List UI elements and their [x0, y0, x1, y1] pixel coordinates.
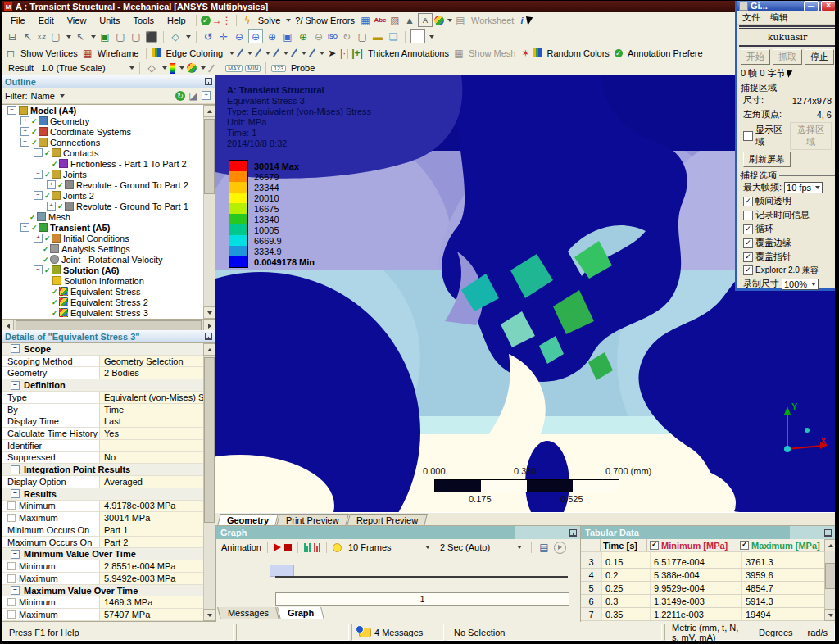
tree-item-mesh[interactable]: ✓Mesh	[2, 211, 215, 222]
min-annotation-button[interactable]: MIN	[245, 65, 261, 72]
contour-bands-icon[interactable]	[170, 63, 175, 74]
thin-annotation-icon[interactable]: |·|	[339, 47, 349, 59]
edge-option-3-icon[interactable]	[273, 48, 279, 57]
pan-icon[interactable]: ✛	[217, 30, 230, 43]
capture-menu-edit[interactable]: 编辑	[770, 11, 788, 24]
collapse-icon[interactable]: −	[20, 138, 29, 147]
iso-ball-icon[interactable]: ISO	[328, 30, 338, 43]
select-faces-icon[interactable]: ▢	[129, 30, 143, 43]
image-capture-icon[interactable]	[434, 16, 444, 25]
transparent-checkbox[interactable]: ✓	[743, 197, 753, 206]
select-edges-icon[interactable]: ▢	[114, 30, 127, 43]
tree-item-analysis-settings[interactable]: ✓Analysis Settings	[2, 243, 215, 254]
outline-horizontal-scrollbar[interactable]	[2, 320, 215, 331]
tree-item-coordinate-systems[interactable]: +✓Coordinate Systems	[2, 126, 215, 137]
pin-icon[interactable]	[205, 333, 212, 340]
result-scale-dropdown-icon[interactable]	[129, 66, 134, 70]
info-button[interactable]: i	[518, 16, 525, 25]
chart-icon[interactable]: ▨	[388, 14, 401, 26]
tree-item-revolute-1[interactable]: +✓Revolute - Ground To Part 1	[2, 201, 215, 211]
tree-item-transient[interactable]: −✓Transient (A5)	[2, 222, 215, 233]
export-video-icon[interactable]: ▤	[537, 542, 551, 554]
annotation-preferences-button[interactable]: Annotation Prefere	[625, 48, 705, 58]
xyz-label-icon[interactable]: x,z	[37, 30, 47, 43]
tree-item-frictionless[interactable]: ✓Frictionless - Part 1 To Part 2	[2, 158, 215, 169]
col-maximum[interactable]: ✓Maximum [MPa]	[737, 539, 828, 551]
checkbox-checked-icon[interactable]: ✓	[650, 541, 659, 550]
iso-view-icon[interactable]: ◇	[169, 30, 182, 43]
geometry-display-icon[interactable]: ◇	[145, 62, 158, 75]
label-icon[interactable]: A	[418, 13, 433, 27]
tree-item-revolute-2[interactable]: +✓Revolute - Ground To Part 2	[2, 179, 215, 190]
connect-status-icon[interactable]: ✓	[201, 16, 211, 25]
menu-tools[interactable]: Tools	[127, 14, 160, 27]
zoom-icon[interactable]: ⊕	[265, 30, 279, 43]
wireframe-button[interactable]: Wireframe	[95, 48, 142, 58]
remote-points-icon[interactable]: →⋮	[212, 14, 232, 26]
edge-option-2-dropdown-icon[interactable]	[265, 52, 270, 55]
menu-help[interactable]: Help	[161, 14, 192, 27]
checkbox-icon[interactable]	[7, 610, 16, 619]
explorer-checkbox[interactable]: ✓	[743, 265, 753, 275]
tree-item-joints[interactable]: −✓Joints	[2, 169, 215, 179]
solve-dropdown-icon[interactable]	[286, 19, 291, 22]
solve-button[interactable]: Solve	[256, 16, 283, 25]
time-steps-icon[interactable]	[314, 543, 320, 552]
table-row[interactable]: 60.31.3149e-0035914.3	[581, 595, 836, 608]
edge-coloring-button[interactable]: Edge Coloring	[163, 48, 225, 58]
minimize-button[interactable]: —	[804, 1, 819, 11]
menu-edit[interactable]: Edit	[33, 14, 60, 27]
rotate-icon[interactable]: ↺	[202, 30, 215, 43]
collapse-icon[interactable]: −	[11, 344, 20, 353]
expand-tree-icon[interactable]: ◪	[188, 89, 198, 102]
scroll-up-icon[interactable]	[203, 343, 215, 356]
viewports-icon[interactable]: ▢	[356, 30, 369, 43]
tree-item-equivalent-stress-2[interactable]: ✓Equivalent Stress 2	[2, 297, 215, 307]
checkbox-icon[interactable]	[7, 574, 16, 583]
play-icon[interactable]	[274, 543, 281, 551]
collapse-icon[interactable]: −	[34, 265, 43, 274]
thicken-annotations-button[interactable]: Thicken Annotations	[365, 48, 451, 58]
image-dropdown-icon[interactable]	[447, 19, 452, 22]
timeline-result-box[interactable]: 1	[275, 592, 569, 606]
fps-select[interactable]: 10 fps	[784, 182, 823, 193]
pin-icon[interactable]	[824, 529, 832, 537]
filter-dropdown-icon[interactable]	[60, 94, 65, 98]
checkbox-icon[interactable]	[7, 514, 16, 522]
max-annotation-button[interactable]: MAX	[225, 65, 243, 72]
col-time[interactable]: Time [s]	[601, 539, 647, 551]
collapse-icon[interactable]: −	[20, 223, 29, 232]
status-messages[interactable]: 4 Messages	[351, 624, 444, 641]
scroll-down-icon[interactable]	[824, 609, 836, 621]
tree-item-joints-2[interactable]: −✓Joints 2	[2, 190, 215, 201]
details-section[interactable]: − Scope	[2, 343, 215, 356]
cover-pointer-checkbox[interactable]: ✓	[743, 252, 753, 262]
tree-item-connections[interactable]: −✓Connections	[2, 137, 215, 147]
table-row[interactable]: 40.25.388e-0043959.6	[581, 569, 836, 582]
tab-print-preview[interactable]: Print Preview	[276, 514, 349, 526]
edge-option-5-icon[interactable]	[309, 48, 315, 57]
show-mesh-button[interactable]: Show Mesh	[466, 48, 518, 58]
checkbox-icon[interactable]	[7, 598, 16, 606]
pin-icon[interactable]	[569, 529, 577, 537]
checkbox-checked-icon[interactable]: ✓	[740, 541, 749, 550]
details-section[interactable]: − Results	[2, 488, 215, 501]
scroll-down-icon[interactable]	[203, 306, 215, 319]
details-vertical-scrollbar[interactable]	[203, 343, 215, 621]
show-vertices-button[interactable]: Show Vertices	[18, 48, 80, 58]
tree-item-solution[interactable]: −✓Solution (A6)	[2, 265, 215, 275]
expand-icon[interactable]: +	[47, 180, 56, 189]
loop-checkbox[interactable]: ✓	[743, 224, 753, 234]
timestamp-checkbox[interactable]	[743, 211, 753, 220]
expand-icon[interactable]: +	[47, 202, 56, 211]
collapse-icon[interactable]: −	[11, 381, 20, 390]
menu-view[interactable]: View	[61, 14, 93, 27]
mesh-star-icon[interactable]: ✶	[520, 47, 530, 59]
view-dropdown-icon[interactable]	[186, 35, 191, 39]
scroll-thumb[interactable]	[204, 119, 215, 194]
expand-all-icon[interactable]: +	[202, 91, 211, 100]
menu-units[interactable]: Units	[93, 14, 125, 27]
tab-geometry[interactable]: Geometry	[217, 514, 279, 526]
edge-option-1-dropdown-icon[interactable]	[247, 52, 252, 55]
zoom-out-icon[interactable]: ⊖	[233, 30, 246, 43]
